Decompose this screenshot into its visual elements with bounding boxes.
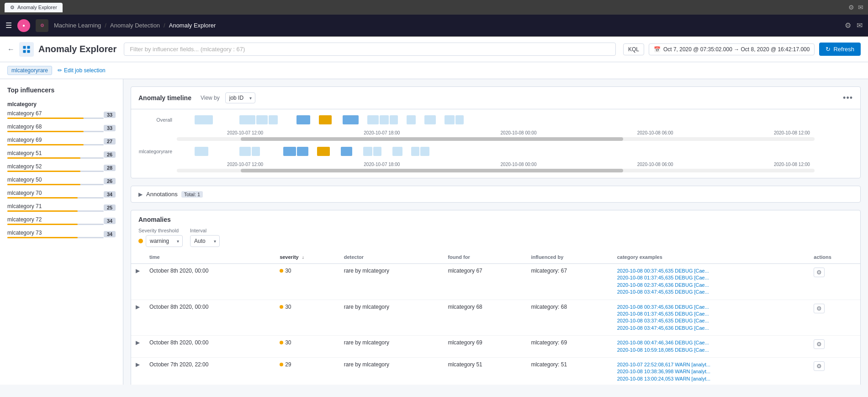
timeline-axis-overall: 2020-10-07 12:00 2020-10-07 18:00 2020-1… (131, 130, 860, 135)
app-logo-icon (22, 45, 31, 54)
detector-cell: rare by mlcategory (339, 300, 444, 336)
found-for-cell: mlcategory 68 (443, 300, 526, 336)
example-link[interactable]: 2020-10-07 22:52:08,617 WARN [analyt... (617, 361, 805, 368)
breadcrumb-current: Anomaly Explorer (169, 22, 216, 29)
menu-icon[interactable]: ☰ (5, 21, 12, 30)
time-col-header[interactable]: time (145, 251, 275, 264)
calendar-icon: 📅 (654, 46, 661, 53)
example-link[interactable]: 2020-10-08 10:59:18,085 DEBUG [Cae... (617, 347, 805, 354)
example-link[interactable]: 2020-10-08 13:00:24,053 WARN [analyt... (617, 376, 805, 382)
severity-dot (280, 363, 283, 366)
list-item[interactable]: mlcategory 67 33 (7, 110, 116, 119)
influencer-name: mlcategory 71 (7, 203, 104, 209)
found-for-cell: mlcategory 67 (443, 264, 526, 300)
timeline-menu-icon[interactable]: ••• (843, 93, 853, 103)
view-by-wrapper: job ID (225, 92, 255, 103)
severity-cell: 29 (275, 357, 339, 385)
example-link[interactable]: 2020-10-08 02:37:45,636 DEBUG [Cae... (617, 282, 805, 289)
list-item[interactable]: mlcategory 73 34 (7, 230, 116, 238)
list-item[interactable]: mlcategory 50 26 (7, 177, 116, 185)
example-link[interactable]: 2020-10-08 00:47:46,346 DEBUG [Cae... (617, 339, 805, 346)
browser-tab-active[interactable]: ⚙ Anomaly Explorer (5, 3, 63, 12)
influencer-group: mlcategory mlcategory 67 33 mlcategory 6… (0, 99, 123, 245)
severity-cell: 30 (275, 300, 339, 336)
example-link[interactable]: 2020-10-08 03:47:45,636 DEBUG [Cae... (617, 325, 805, 332)
interval-select[interactable]: Auto Hour Day (190, 235, 220, 247)
breadcrumb: Machine Learning / Anomaly Detection / A… (54, 22, 216, 29)
row-expand-btn[interactable]: ▶ (136, 361, 140, 368)
found-for-col-header[interactable]: found for (443, 251, 526, 264)
row-actions-button[interactable]: ⚙ (814, 339, 825, 349)
content-area: Anomaly timeline View by job ID ••• Over… (123, 79, 868, 385)
example-link[interactable]: 2020-10-08 00:37:45,635 DEBUG [Cae... (617, 268, 805, 274)
influencer-score: 34 (104, 218, 116, 224)
timeline-scrollbar[interactable] (177, 137, 815, 141)
browser-settings-icon[interactable]: ⚙ (848, 4, 854, 11)
actions-cell: ⚙ (809, 336, 860, 358)
breadcrumb-anomaly-detection[interactable]: Anomaly Detection (110, 22, 160, 29)
example-link[interactable]: 2020-10-08 01:37:45,635 DEBUG [Cae... (617, 311, 805, 317)
example-link[interactable]: 2020-10-08 03:47:45,635 DEBUG [Cae... (617, 289, 805, 295)
annotations-header[interactable]: ▶ Annotations Total: 1 (131, 186, 860, 202)
row-expand-btn[interactable]: ▶ (136, 304, 140, 310)
severity-col-header[interactable]: severity ↓ (275, 251, 339, 264)
annotations-total: Total: 1 (181, 191, 203, 198)
svg-rect-2 (23, 50, 26, 53)
row-actions-button[interactable]: ⚙ (814, 268, 825, 277)
influencer-score: 27 (104, 138, 116, 145)
job-tags-bar: mlcategoryrare ✏ Edit job selection (0, 62, 868, 79)
refresh-button[interactable]: ↻ Refresh (819, 43, 861, 56)
row-expand-btn[interactable]: ▶ (136, 339, 140, 346)
list-item[interactable]: mlcategory 72 34 (7, 216, 116, 225)
example-link[interactable]: 2020-10-08 01:37:45,635 DEBUG [Cae... (617, 274, 805, 281)
anomalies-panel: Anomalies Severity threshold warning min… (131, 210, 861, 385)
back-button[interactable]: ← (7, 45, 15, 54)
overall-timeline-bars (177, 113, 860, 127)
browser-chrome: ⚙ Anomaly Explorer ⚙ ✉ (0, 0, 868, 15)
date-picker[interactable]: 📅 Oct 7, 2020 @ 07:35:02.000 → Oct 8, 20… (649, 43, 815, 55)
timeline-scrollbar-2[interactable] (177, 169, 815, 172)
view-by-select[interactable]: job ID (225, 92, 255, 103)
example-link[interactable]: 2020-10-08 10:38:36,998 WARN [analyt... (617, 368, 805, 375)
list-item[interactable]: mlcategory 70 34 (7, 190, 116, 198)
job-tag[interactable]: mlcategoryrare (7, 66, 52, 75)
filter-input[interactable]: Filter by influencer fields... (mlcatego… (124, 43, 616, 56)
sort-icon: ↓ (302, 255, 304, 260)
kql-button[interactable]: KQL (623, 43, 644, 55)
list-item[interactable]: mlcategory 71 25 (7, 203, 116, 212)
notifications-icon[interactable]: ✉ (857, 21, 863, 30)
list-item[interactable]: mlcategory 69 27 (7, 137, 116, 145)
view-by-label: View by (201, 95, 220, 101)
found-for-cell: mlcategory 69 (443, 336, 526, 358)
table-row: ▶ October 8th 2020, 00:00 30 rare by mlc… (131, 264, 860, 300)
list-item[interactable]: mlcategory 51 26 (7, 150, 116, 159)
breadcrumb-ml[interactable]: Machine Learning (54, 22, 101, 29)
detector-col-header[interactable]: detector (339, 251, 444, 264)
job-label: mlcategoryrare (131, 149, 177, 154)
edit-job-link[interactable]: ✏ Edit job selection (58, 67, 106, 74)
row-expand-btn[interactable]: ▶ (136, 268, 140, 274)
timeline-job-row: mlcategoryrare (131, 145, 860, 158)
list-item[interactable]: mlcategory 52 28 (7, 163, 116, 172)
sidebar-title: Top influencers (0, 85, 123, 99)
refresh-label: Refresh (833, 46, 854, 53)
actions-cell: ⚙ (809, 357, 860, 385)
influenced-by-col-header[interactable]: influenced by (526, 251, 612, 264)
app-header-right: KQL 📅 Oct 7, 2020 @ 07:35:02.000 → Oct 8… (623, 43, 861, 56)
help-icon[interactable]: ⚙ (845, 21, 851, 30)
severity-value: 30 (285, 268, 291, 274)
example-link[interactable]: 2020-10-08 03:37:45,635 DEBUG [Cae... (617, 317, 805, 324)
severity-select[interactable]: warning minor major critical (146, 235, 183, 247)
severity-dot (280, 305, 283, 309)
row-actions-button[interactable]: ⚙ (814, 361, 825, 371)
expand-col-header (131, 251, 145, 264)
severity-label: Severity threshold (138, 228, 183, 233)
svg-rect-3 (27, 50, 30, 53)
row-actions-button[interactable]: ⚙ (814, 304, 825, 313)
list-item[interactable]: mlcategory 68 33 (7, 123, 116, 132)
anomalies-table: time severity ↓ detector found for influ… (131, 251, 860, 385)
browser-mail-icon[interactable]: ✉ (858, 4, 863, 11)
example-link[interactable]: 2020-10-08 00:37:45,636 DEBUG [Cae... (617, 304, 805, 311)
anomalies-header: Anomalies Severity threshold warning min… (131, 210, 860, 251)
page-title: Anomaly Explorer (38, 44, 116, 54)
